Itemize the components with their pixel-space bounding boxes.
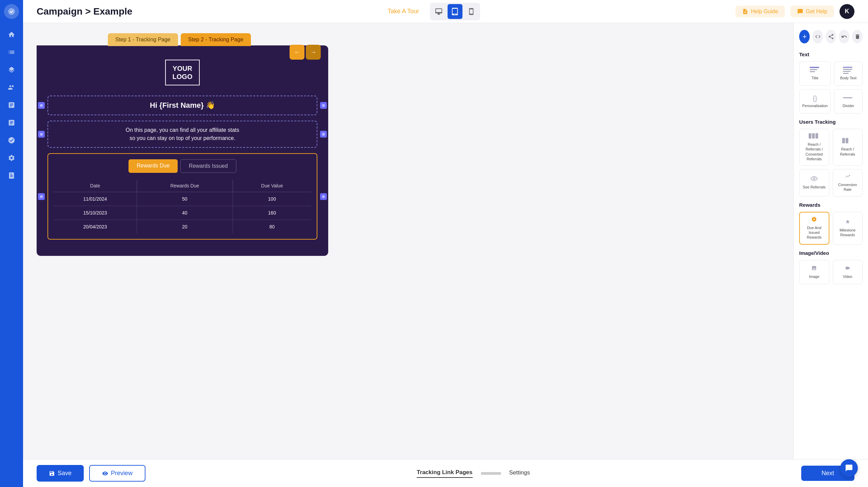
- rewards-tab-issued[interactable]: Rewards Issued: [180, 159, 236, 173]
- greeting-block[interactable]: Hi {First Name} 👋: [47, 96, 317, 115]
- step-tabs: Step 1 - Tracking Page Step 2 - Tracking…: [37, 33, 780, 46]
- reach-referrals-converted-icon: [809, 133, 820, 140]
- widget-reach-referrals[interactable]: Reach / Referrals: [833, 129, 863, 166]
- panel-undo-btn[interactable]: [839, 30, 849, 43]
- description-delete[interactable]: ⊗: [320, 131, 327, 138]
- panel-delete-btn[interactable]: [852, 30, 863, 43]
- svg-point-0: [8, 8, 15, 15]
- help-guide-button[interactable]: Help Guide: [735, 6, 785, 17]
- preview-button[interactable]: Preview: [89, 465, 145, 482]
- main-area: Campaign > Example Take A Tour Help Guid…: [23, 0, 868, 487]
- description-block[interactable]: On this page, you can find all your affi…: [47, 121, 317, 148]
- widget-conversion-rate[interactable]: Conversion Rate: [833, 169, 863, 197]
- nav-prev-button[interactable]: ←: [290, 45, 304, 60]
- rewards-block: Rewards Due Rewards Issued Date Rewards …: [47, 153, 317, 240]
- cell-due-value: 160: [233, 206, 311, 220]
- chat-button[interactable]: [840, 459, 858, 477]
- tab-settings[interactable]: Settings: [509, 469, 530, 478]
- media-widgets: Image Video: [799, 260, 863, 284]
- canvas-area: Step 1 - Tracking Page Step 2 - Tracking…: [23, 23, 793, 459]
- personalisation-icon: {}: [810, 95, 821, 101]
- panel-actions: [799, 30, 863, 43]
- nav-next-button[interactable]: →: [306, 45, 321, 60]
- rewards-delete[interactable]: ⊗: [320, 193, 327, 200]
- cell-due-value: 80: [233, 220, 311, 234]
- sidebar-item-integrations[interactable]: [4, 133, 19, 148]
- step-tab-1[interactable]: Step 1 - Tracking Page: [108, 33, 178, 46]
- rewards-section-title: Rewards: [799, 202, 863, 208]
- cell-rewards-due: 40: [137, 206, 233, 220]
- get-help-button[interactable]: Get Help: [790, 6, 834, 17]
- widget-due-issued-label: Due And Issued Rewards: [803, 225, 826, 240]
- cell-date: 20/04/2023: [54, 220, 137, 234]
- col-due-value: Due Value: [233, 180, 311, 192]
- cell-rewards-due: 50: [137, 192, 233, 206]
- description-handle[interactable]: ⊕: [38, 131, 45, 138]
- progress-dot: [481, 472, 501, 475]
- rewards-handle[interactable]: ⊕: [38, 193, 45, 200]
- tab-tracking-pages[interactable]: Tracking Link Pages: [417, 469, 472, 478]
- rewards-table: Date Rewards Due Due Value 11/01/2024 50…: [54, 180, 311, 234]
- widget-personalisation[interactable]: {} Personalisation: [799, 89, 831, 114]
- widget-video[interactable]: Video: [833, 260, 863, 284]
- page-title: Campaign > Example: [37, 6, 132, 17]
- rewards-tab-due[interactable]: Rewards Due: [129, 159, 178, 173]
- panel-share-btn[interactable]: [826, 30, 836, 43]
- content-area: Step 1 - Tracking Page Step 2 - Tracking…: [23, 23, 868, 459]
- canvas: ← → YOUR LOGO ⊕ Hi {First Name} 👋 ⊗: [37, 45, 328, 256]
- cell-date: 15/10/2023: [54, 206, 137, 220]
- widget-reach-referrals-label: Reach / Referrals: [836, 147, 860, 157]
- sidebar-item-layers[interactable]: [4, 62, 19, 77]
- tracking-widgets: Reach / Referrals / Converted Referrals …: [799, 129, 863, 197]
- greeting-delete[interactable]: ⊗: [320, 102, 327, 109]
- save-button[interactable]: Save: [37, 465, 84, 482]
- widget-reach-referrals-converted[interactable]: Reach / Referrals / Converted Referrals: [799, 129, 829, 166]
- tracking-section-title: Users Tracking: [799, 119, 863, 125]
- step-tab-2[interactable]: Step 2 - Tracking Page: [181, 33, 251, 46]
- device-mobile-btn[interactable]: [464, 4, 479, 19]
- widget-title[interactable]: Title: [799, 61, 831, 86]
- table-row: 11/01/2024 50 100: [54, 192, 311, 206]
- divider-icon: [843, 95, 854, 101]
- sidebar-item-users[interactable]: [4, 80, 19, 95]
- widget-see-referrals[interactable]: See Referrals: [799, 169, 829, 197]
- cell-rewards-due: 20: [137, 220, 233, 234]
- sidebar-item-docs[interactable]: [4, 168, 19, 183]
- sidebar-item-home[interactable]: [4, 27, 19, 42]
- bottom-center: Tracking Link Pages Settings: [417, 469, 530, 478]
- sidebar-item-analytics[interactable]: [4, 98, 19, 113]
- sidebar-item-list[interactable]: [4, 45, 19, 60]
- greeting-handle[interactable]: ⊕: [38, 102, 45, 109]
- sidebar: [0, 0, 23, 487]
- bottom-bar: Save Preview Tracking Link Pages Setting…: [23, 459, 868, 487]
- widget-body-text[interactable]: Body Text: [834, 61, 863, 86]
- body-text-icon: [843, 67, 854, 74]
- widget-personalisation-label: Personalisation: [802, 103, 828, 108]
- panel-add-btn[interactable]: [799, 30, 810, 43]
- due-issued-icon: [809, 217, 820, 223]
- widget-image[interactable]: Image: [799, 260, 829, 284]
- description-block-wrapper: ⊕ On this page, you can find all your af…: [47, 121, 317, 148]
- help-guide-label: Help Guide: [751, 8, 778, 15]
- widget-divider[interactable]: Divider: [834, 89, 863, 114]
- avatar[interactable]: K: [840, 4, 854, 19]
- take-tour-link[interactable]: Take A Tour: [388, 8, 419, 15]
- sidebar-item-templates[interactable]: [4, 115, 19, 130]
- widget-see-referrals-label: See Referrals: [803, 185, 826, 189]
- widget-milestone-rewards[interactable]: Milestone Rewards: [833, 212, 863, 245]
- sidebar-logo[interactable]: [4, 4, 19, 19]
- svg-point-1: [813, 178, 815, 180]
- device-toggles: [430, 3, 480, 20]
- reach-referrals-icon: [842, 138, 853, 145]
- widget-due-issued-rewards[interactable]: Due And Issued Rewards: [799, 212, 829, 245]
- logo-placeholder-box: YOUR LOGO: [165, 60, 200, 85]
- nav-arrows: ← →: [290, 45, 321, 60]
- device-tablet-btn[interactable]: [448, 4, 462, 19]
- desc-line1: On this page, you can find all your affi…: [55, 126, 310, 134]
- header: Campaign > Example Take A Tour Help Guid…: [23, 0, 868, 23]
- device-desktop-btn[interactable]: [431, 4, 446, 19]
- panel-code-btn[interactable]: [812, 30, 823, 43]
- widget-video-label: Video: [843, 274, 852, 279]
- sidebar-item-settings[interactable]: [4, 150, 19, 165]
- logo-area: YOUR LOGO: [47, 60, 317, 85]
